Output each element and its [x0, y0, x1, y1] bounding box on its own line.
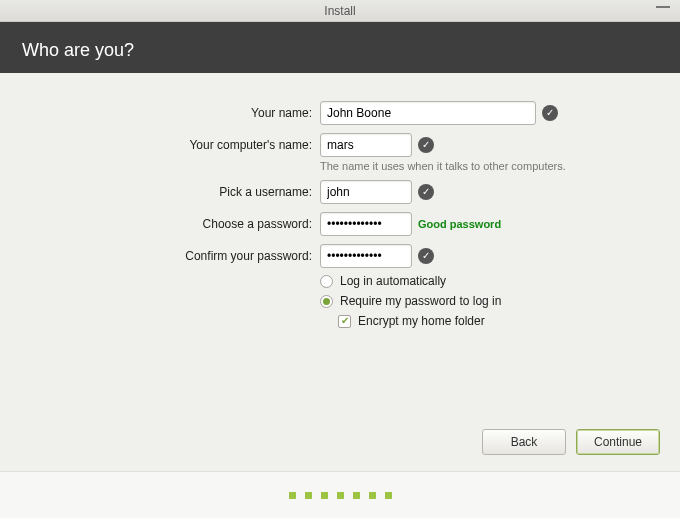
progress-dot-icon — [305, 492, 312, 499]
minimize-icon[interactable] — [656, 4, 670, 8]
require-password-option[interactable]: Require my password to log in — [320, 294, 501, 308]
progress-dot-icon — [369, 492, 376, 499]
progress-dot-icon — [385, 492, 392, 499]
encrypt-home-label: Encrypt my home folder — [358, 314, 485, 328]
progress-dots — [0, 471, 680, 518]
name-input[interactable] — [320, 101, 536, 125]
progress-dot-icon — [353, 492, 360, 499]
password-strength: Good password — [418, 218, 501, 230]
password-input[interactable] — [320, 212, 412, 236]
back-button[interactable]: Back — [482, 429, 566, 455]
check-icon: ✓ — [418, 137, 434, 153]
radio-icon — [320, 275, 333, 288]
continue-button[interactable]: Continue — [576, 429, 660, 455]
window-titlebar: Install — [0, 0, 680, 22]
window-title: Install — [324, 4, 355, 18]
computer-helper-text: The name it uses when it talks to other … — [320, 160, 566, 172]
name-label: Your name: — [20, 101, 320, 120]
password-label: Choose a password: — [20, 212, 320, 231]
encrypt-home-option[interactable]: Encrypt my home folder — [338, 314, 485, 328]
page-header: Who are you? — [0, 22, 680, 73]
confirm-input[interactable] — [320, 244, 412, 268]
checkbox-icon — [338, 315, 351, 328]
progress-dot-icon — [321, 492, 328, 499]
check-icon: ✓ — [418, 248, 434, 264]
computer-input[interactable] — [320, 133, 412, 157]
computer-label: Your computer's name: — [20, 133, 320, 152]
form-area: Your name: ✓ Your computer's name: ✓ The… — [0, 73, 680, 471]
confirm-label: Confirm your password: — [20, 244, 320, 263]
radio-icon — [320, 295, 333, 308]
check-icon: ✓ — [418, 184, 434, 200]
progress-dot-icon — [337, 492, 344, 499]
username-input[interactable] — [320, 180, 412, 204]
check-icon: ✓ — [542, 105, 558, 121]
page-title: Who are you? — [22, 40, 134, 60]
auto-login-option[interactable]: Log in automatically — [320, 274, 446, 288]
button-row: Back Continue — [482, 429, 660, 455]
username-label: Pick a username: — [20, 180, 320, 199]
require-password-label: Require my password to log in — [340, 294, 501, 308]
progress-dot-icon — [289, 492, 296, 499]
auto-login-label: Log in automatically — [340, 274, 446, 288]
